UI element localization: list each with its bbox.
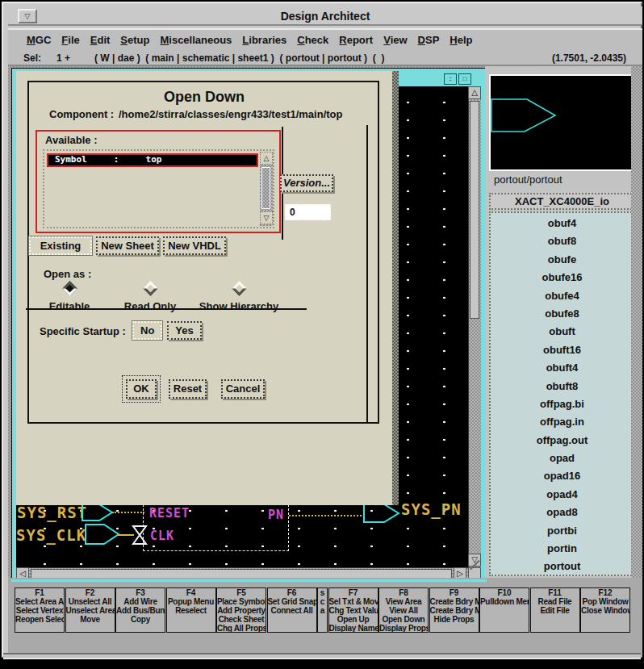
- startup-no-button[interactable]: No: [132, 321, 162, 340]
- softkey-line: Close Window: [581, 606, 629, 615]
- softkey-f5[interactable]: F5Place SymbolAdd PropertyCheck SheetChg…: [216, 587, 266, 633]
- startup-yes-button[interactable]: Yes: [167, 321, 201, 340]
- softkey-f11[interactable]: F11Read FileEdit File: [530, 587, 580, 633]
- available-group: Available : Symbol : top △ ▽: [36, 130, 281, 233]
- softkey-row: F1Select Area AndSelect VertexReopen Sel…: [15, 587, 631, 633]
- available-selected-row[interactable]: Symbol : top: [47, 153, 258, 167]
- radio-label: Read Only: [106, 300, 194, 312]
- pin-label-clk[interactable]: CLK: [150, 529, 174, 543]
- softkey-f12[interactable]: F12Pop WindowClose Window: [580, 587, 630, 633]
- palette-item-obufe4[interactable]: obufe4: [491, 287, 634, 305]
- palette-item-portbi[interactable]: portbi: [491, 522, 634, 540]
- radio-diamond-icon[interactable]: [232, 281, 246, 295]
- softkey-f6[interactable]: F6Set Grid SnapConnect All: [267, 587, 317, 633]
- palette-item-opad[interactable]: opad: [491, 449, 634, 467]
- menu-view[interactable]: View: [383, 34, 407, 46]
- radio-label: Editable: [25, 300, 114, 312]
- palette-item-opad4[interactable]: opad4: [491, 486, 634, 504]
- port-symbol-sys-clk[interactable]: [85, 523, 120, 546]
- open-as-label: Open as :: [44, 268, 91, 280]
- menu-check[interactable]: Check: [297, 34, 328, 46]
- window-menu-button[interactable]: ▽: [18, 9, 37, 23]
- palette-item-obuft8[interactable]: obuft8: [491, 378, 634, 395]
- scroll-up-icon[interactable]: △: [468, 86, 481, 99]
- available-listbox[interactable]: Symbol : top △ ▽: [43, 149, 274, 228]
- list-scroll-up-icon[interactable]: △: [260, 152, 273, 165]
- pin-label-reset[interactable]: RESET: [149, 506, 190, 521]
- palette-item-obuft4[interactable]: obuft4: [491, 359, 634, 377]
- menu-libraries[interactable]: Libraries: [242, 34, 286, 46]
- bowtie-symbol[interactable]: [132, 525, 148, 546]
- palette-item-portin[interactable]: portin: [491, 540, 634, 558]
- net-label-sys-clk[interactable]: SYS_CLK: [16, 526, 86, 544]
- softkey-line: Pop Window: [581, 597, 629, 606]
- wire-rst[interactable]: [112, 512, 144, 513]
- menu-help[interactable]: Help: [450, 34, 472, 46]
- palette-item-obufe16[interactable]: obufe16: [491, 269, 634, 286]
- tab-new-sheet[interactable]: New Sheet: [96, 236, 159, 255]
- palette-item-obuft[interactable]: obuft: [491, 323, 634, 341]
- menu-edit[interactable]: Edit: [90, 34, 111, 46]
- palette-item-offpag.in[interactable]: offpag.in: [491, 413, 634, 431]
- menu-mgc[interactable]: MGC: [27, 34, 51, 46]
- softkey-line: View All: [379, 606, 428, 615]
- palette-item-obuf4[interactable]: obuf4: [491, 215, 634, 232]
- status-context: ( W | dae ) ( main | schematic | sheet1 …: [94, 52, 384, 64]
- pin-label-pn[interactable]: PN: [268, 508, 284, 522]
- separator-line-long: [366, 125, 368, 424]
- list-scroll-down-icon[interactable]: ▽: [260, 211, 273, 224]
- palette-item-obufe8[interactable]: obufe8: [491, 305, 634, 323]
- softkey-f4[interactable]: F4Popup MenuReselect: [166, 587, 216, 633]
- softkey-f8[interactable]: F8View AreaView AllOpen DownDisplay Prop…: [378, 587, 429, 633]
- softkey-f3[interactable]: F3Add WireAdd Bus/BundleCopy: [115, 587, 165, 633]
- softkey-f7[interactable]: F7Sel Txt & MoveChg Text ValueOpen UpDis…: [328, 587, 378, 633]
- softkey-key-label: F11: [531, 588, 579, 597]
- tab-existing[interactable]: Existing: [29, 236, 92, 255]
- menu-report[interactable]: Report: [339, 34, 373, 46]
- schematic-bottom-border: [11, 579, 487, 582]
- palette-item-opad8[interactable]: opad8: [491, 504, 634, 521]
- reset-button[interactable]: Reset: [169, 379, 207, 399]
- softkey-line: Reselect: [167, 606, 215, 615]
- port-symbol-sys-rst[interactable]: [82, 503, 114, 522]
- menu-dsp[interactable]: DSP: [418, 34, 440, 46]
- open-down-dialog: Open Down Component : /home2/stirra/clas…: [16, 71, 392, 505]
- version-input[interactable]: 0: [285, 204, 331, 220]
- radio-diamond-icon[interactable]: [143, 281, 157, 295]
- schematic-maximize-button[interactable]: □: [458, 73, 471, 85]
- softkey-key-label: F8: [379, 588, 428, 597]
- tab-new-vhdl[interactable]: New VHDL: [163, 236, 226, 255]
- softkey-f9[interactable]: F9Create Bdry MapCreate Bdry MoveHide Pr…: [429, 587, 479, 633]
- vscroll-thumb[interactable]: [470, 101, 479, 319]
- right-frame-edge: [631, 66, 642, 578]
- palette-item-obufe[interactable]: obufe: [491, 251, 634, 269]
- softkey-f2[interactable]: F2Unselect AllUnselect AreaMove: [65, 587, 115, 633]
- window-bottom-frame: [3, 653, 641, 659]
- radio-label: Show Hierarchy: [182, 300, 295, 312]
- net-label-sys-pn[interactable]: SYS_PN: [401, 500, 462, 518]
- version-button[interactable]: Version...: [280, 174, 333, 192]
- palette-item-offpag.out[interactable]: offpag.out: [491, 432, 634, 449]
- cancel-button[interactable]: Cancel: [221, 379, 265, 399]
- available-list-scrollbar[interactable]: △ ▽: [260, 152, 273, 226]
- menu-file[interactable]: File: [61, 34, 79, 46]
- net-label-sys-rst[interactable]: SYS_RST: [17, 504, 87, 521]
- palette-item-offpag.bi[interactable]: offpag.bi: [491, 395, 634, 413]
- radio-diamond-icon[interactable]: [62, 281, 77, 295]
- schematic-minimize-button[interactable]: :: [444, 73, 457, 85]
- available-label: Available :: [45, 134, 98, 146]
- ok-button[interactable]: OK: [126, 379, 157, 399]
- wire-pn[interactable]: [289, 515, 365, 516]
- palette-item-obuf8[interactable]: obuf8: [491, 232, 634, 250]
- palette-item-opad16[interactable]: opad16: [491, 467, 634, 485]
- palette-title[interactable]: XACT_XC4000E_io: [489, 193, 635, 210]
- menu-setup[interactable]: Setup: [120, 34, 149, 46]
- softkey-f10[interactable]: F10Pulldown Menu: [479, 587, 529, 633]
- menu-miscellaneous[interactable]: Miscellaneous: [160, 34, 232, 46]
- softkey-f1[interactable]: F1Select Area AndSelect VertexReopen Sel…: [15, 587, 65, 633]
- port-symbol-sys-pn[interactable]: [363, 503, 400, 524]
- palette-item-obuft16[interactable]: obuft16: [491, 341, 634, 359]
- schematic-vscrollbar[interactable]: △ ▽: [468, 86, 481, 567]
- list-scroll-thumb[interactable]: [261, 167, 270, 209]
- palette-item-portout[interactable]: portout: [491, 558, 634, 575]
